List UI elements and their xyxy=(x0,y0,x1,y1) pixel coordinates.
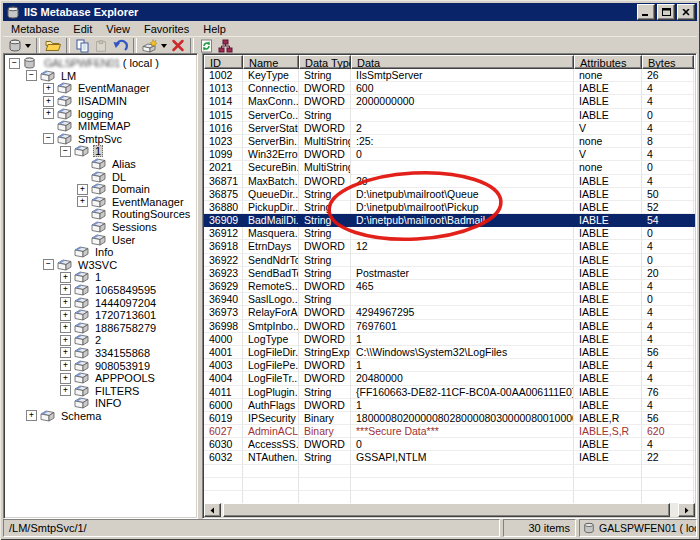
collapse-icon[interactable]: − xyxy=(43,259,54,270)
table-row-4011[interactable]: 4011LogPlugin...String{FF160663-DE82-11C… xyxy=(204,386,695,399)
menu-help[interactable]: Help xyxy=(196,22,233,36)
column-header-id[interactable]: ID xyxy=(204,55,243,69)
tree-item-2[interactable]: +2 xyxy=(5,334,197,347)
refresh-button[interactable] xyxy=(197,37,216,54)
scroll-right-button[interactable] xyxy=(678,503,695,517)
tree-item-1444097204[interactable]: +1444097204 xyxy=(5,296,197,309)
tree-item-iisadmin[interactable]: +IISADMIN xyxy=(5,95,197,108)
tree-item-label[interactable]: RoutingSources xyxy=(110,208,192,220)
tree-item-user[interactable]: User xyxy=(5,233,197,246)
table-row-36880[interactable]: 36880PickupDir...StringD:\inetpub\mailro… xyxy=(204,201,695,214)
table-row-4000[interactable]: 4000LogTypeDWORD1IABLE4Se xyxy=(204,333,695,346)
expand-icon[interactable]: + xyxy=(60,373,71,384)
table-row-1016[interactable]: 1016ServerStateDWORD2V4Se xyxy=(204,122,695,135)
column-header-data[interactable]: Data xyxy=(351,55,574,69)
column-header-name[interactable]: Name xyxy=(243,55,299,69)
delete-button[interactable] xyxy=(169,37,187,54)
tree-item-alias[interactable]: Alias xyxy=(5,158,197,171)
tree-item-label[interactable]: 1444097204 xyxy=(93,297,158,309)
table-row-36909[interactable]: 36909BadMailDi...StringD:\inetpub\mailro… xyxy=(204,214,695,227)
tree-item-1065849595[interactable]: +1065849595 xyxy=(5,284,197,297)
table-row-4004[interactable]: 4004LogFileTr...DWORD20480000IABLE4Se xyxy=(204,372,695,385)
tree-item-label[interactable]: IISADMIN xyxy=(76,95,129,107)
expand-icon[interactable]: + xyxy=(43,83,54,94)
minimize-button[interactable] xyxy=(637,4,655,20)
scroll-left-button[interactable] xyxy=(204,503,221,517)
expand-icon[interactable]: + xyxy=(60,347,71,358)
tree-item-label[interactable]: GALSPWFEN01( local ) xyxy=(42,57,161,69)
tree-item-label[interactable]: 1 xyxy=(93,145,103,157)
tree-item-filters[interactable]: +FILTERS xyxy=(5,384,197,397)
tree-item-smtpsvc[interactable]: −SmtpSvc xyxy=(5,133,197,146)
collapse-icon[interactable]: − xyxy=(9,58,20,69)
tree-item-label[interactable]: APPPOOLS xyxy=(93,372,157,384)
tree-item-label[interactable]: logging xyxy=(76,108,115,120)
tree-item-mimemap[interactable]: MIMEMAP xyxy=(5,120,197,133)
tree-item-dl[interactable]: DL xyxy=(5,170,197,183)
tree-item-label[interactable]: Info xyxy=(93,246,115,258)
close-button[interactable] xyxy=(677,4,695,20)
tree-item-label[interactable]: 334155868 xyxy=(93,347,152,359)
menu-view[interactable]: View xyxy=(99,22,137,36)
table-row-36875[interactable]: 36875QueueDir...StringD:\inetpub\mailroo… xyxy=(204,188,695,201)
menu-metabase[interactable]: Metabase xyxy=(4,22,66,36)
menu-favorites[interactable]: Favorites xyxy=(137,22,196,36)
table-row-36922[interactable]: 36922SendNdrToStringIABLE0Se xyxy=(204,254,695,267)
tree-item-info[interactable]: Info xyxy=(5,246,197,259)
tree-item-908053919[interactable]: +908053919 xyxy=(5,359,197,372)
scrollbar-thumb[interactable] xyxy=(223,503,670,517)
tree-item-label[interactable]: SmtpSvc xyxy=(76,133,124,145)
table-row-36912[interactable]: 36912Masquera...StringIABLE0Se xyxy=(204,227,695,240)
table-row-6027[interactable]: 6027AdminACLBinary***Secure Data***IABLE… xyxy=(204,425,695,438)
tree-item-334155868[interactable]: +334155868 xyxy=(5,347,197,360)
tree-item-label[interactable]: User xyxy=(110,234,137,246)
expand-icon[interactable]: + xyxy=(60,297,71,308)
connect-button[interactable] xyxy=(6,37,33,54)
tree-item-schema[interactable]: +Schema xyxy=(5,410,197,423)
table-row-36918[interactable]: 36918EtrnDaysDWORD12IABLE4Se xyxy=(204,240,695,253)
expand-icon[interactable]: + xyxy=(43,96,54,107)
tree-item-eventmanager[interactable]: +EventManager xyxy=(5,82,197,95)
tree-item-label[interactable]: Domain xyxy=(110,183,152,195)
expand-icon[interactable]: + xyxy=(60,322,71,333)
column-header-bytes[interactable]: Bytes xyxy=(642,55,694,69)
tree-item-galspwfen01[interactable]: −GALSPWFEN01( local ) xyxy=(5,57,197,70)
tree-item-label[interactable]: W3SVC xyxy=(76,259,119,271)
tree-item-lm[interactable]: −LM xyxy=(5,70,197,83)
table-row-1002[interactable]: 1002KeyTypeStringIIsSmtpServernone26Se xyxy=(204,69,695,82)
tree-item-1886758279[interactable]: +1886758279 xyxy=(5,321,197,334)
tree-item-1[interactable]: −1 xyxy=(5,145,197,158)
table-row-2021[interactable]: 2021SecureBin...MultiStringnone0Se xyxy=(204,161,695,174)
expand-icon[interactable]: + xyxy=(77,184,88,195)
tree-item-label[interactable]: EventManager xyxy=(110,196,186,208)
tree-item-apppools[interactable]: +APPPOOLS xyxy=(5,372,197,385)
expand-icon[interactable]: + xyxy=(60,272,71,283)
table-row-1023[interactable]: 1023ServerBin...MultiString:25:none8Se xyxy=(204,135,695,148)
tree-item-domain[interactable]: +Domain xyxy=(5,183,197,196)
expand-icon[interactable]: + xyxy=(60,284,71,295)
tree-item-w3svc[interactable]: −W3SVC xyxy=(5,259,197,272)
table-row-36973[interactable]: 36973RelayForA...DWORD4294967295IABLE4Se xyxy=(204,306,695,319)
expand-icon[interactable]: + xyxy=(60,385,71,396)
expand-icon[interactable]: + xyxy=(60,335,71,346)
tree-item-label[interactable]: 1886758279 xyxy=(93,322,158,334)
open-button[interactable] xyxy=(43,37,63,54)
tree-item-label[interactable]: 1720713601 xyxy=(93,309,158,321)
tree-item-logging[interactable]: +logging xyxy=(5,107,197,120)
dropdown-caret-icon[interactable] xyxy=(161,44,167,48)
table-row-36929[interactable]: 36929RemoteS...DWORD465IABLE4Se xyxy=(204,280,695,293)
tree-item-sessions[interactable]: Sessions xyxy=(5,221,197,234)
paste-button[interactable] xyxy=(92,37,110,54)
dropdown-caret-icon[interactable] xyxy=(25,44,31,48)
table-row-36940[interactable]: 36940SaslLogo...StringIABLE0Se xyxy=(204,293,695,306)
tree-item-label[interactable]: Alias xyxy=(110,158,138,170)
new-key-button[interactable] xyxy=(140,37,169,54)
table-row-36871[interactable]: 36871MaxBatch...DWORD20IABLE4Fi xyxy=(204,175,695,188)
tree-item-1720713601[interactable]: +1720713601 xyxy=(5,309,197,322)
horizontal-scrollbar[interactable] xyxy=(204,503,695,517)
maximize-button[interactable] xyxy=(657,4,675,20)
table-row-1099[interactable]: 1099Win32ErrorDWORD0V4Se xyxy=(204,148,695,161)
tree-item-eventmanager[interactable]: +EventManager xyxy=(5,196,197,209)
column-header-data-type[interactable]: Data Type xyxy=(299,55,351,69)
expand-icon[interactable]: + xyxy=(43,108,54,119)
